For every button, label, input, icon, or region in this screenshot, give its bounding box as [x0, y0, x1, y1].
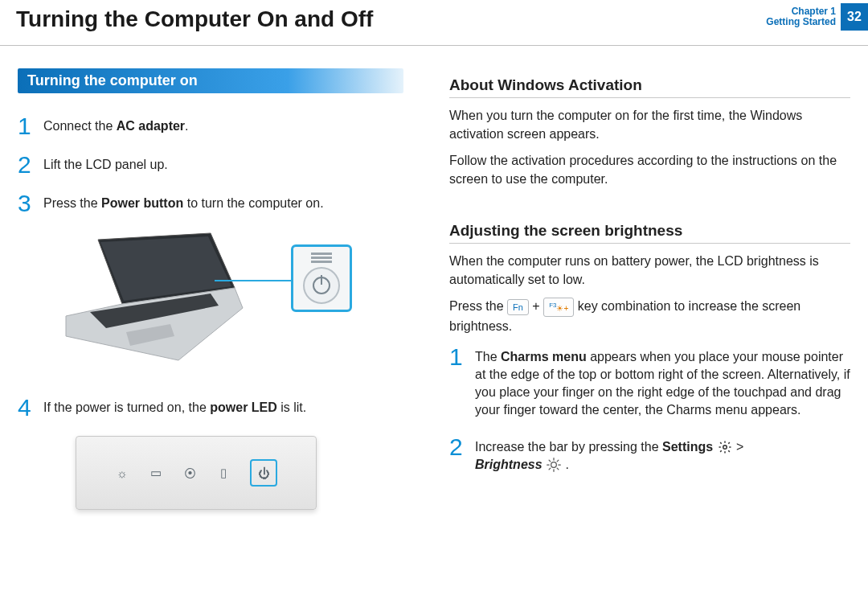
right-column: About Windows Activation When you turn t…: [449, 68, 850, 510]
step-number: 4: [18, 397, 43, 418]
power-on-steps-cont: 4 If the power is turned on, the power L…: [18, 397, 419, 418]
svg-line-13: [549, 469, 551, 470]
step-number: 2: [18, 154, 43, 175]
brightness-steps: 1 The Charms menu appears when you place…: [449, 347, 850, 474]
power-button-icon: [303, 267, 340, 304]
svg-line-14: [557, 460, 559, 462]
brightness-bold: Brightness: [475, 458, 542, 471]
f3-brightness-key-icon: F3☀+: [543, 298, 574, 317]
laptop-illustration: [50, 232, 419, 376]
gt: >: [736, 440, 743, 454]
brightness-led-icon: ☼: [115, 466, 129, 480]
step-body: If the power is turned on, the power LED…: [43, 397, 419, 417]
activation-heading: About Windows Activation: [449, 76, 850, 94]
step-4: 4 If the power is turned on, the power L…: [18, 397, 419, 418]
step-text: Lift the LCD panel up.: [43, 158, 168, 171]
brightness-sun-icon: [546, 457, 562, 473]
led-panel-illustration: ☼ ▭ ⦿ ▯ ⏻: [76, 436, 317, 510]
battery-led-icon: ▯: [216, 466, 231, 480]
heading-rule: [449, 243, 850, 244]
step-text-pre: Press the: [43, 196, 101, 210]
svg-point-6: [551, 462, 557, 468]
left-column: Turning the computer on 1 Connect the AC…: [18, 68, 419, 510]
step-text-pre: Connect the: [43, 119, 117, 133]
activation-p2: Follow the activation procedures accordi…: [449, 151, 850, 188]
brightness-heading: Adjusting the screen brightness: [449, 222, 850, 240]
step-text-post: .: [185, 119, 188, 133]
step-2: 2 Lift the LCD panel up.: [18, 154, 419, 175]
step-number: 2: [449, 437, 475, 458]
step-body: Press the Power button to turn the compu…: [43, 193, 419, 212]
step-text-bold: power LED: [210, 400, 277, 414]
page-number: 32: [841, 3, 868, 31]
chapter-line2: Getting Started: [766, 17, 836, 27]
step-text-pre: If the power is turned on, the: [43, 400, 210, 414]
step-text-post: is lit.: [277, 400, 306, 414]
bright-step-1: 1 The Charms menu appears when you place…: [449, 347, 850, 419]
hdd-led-icon: ▭: [149, 466, 163, 480]
step-text-bold: AC adapter: [117, 119, 185, 133]
section-heading-bar: Turning the computer on: [18, 68, 403, 93]
brightness-key-line: Press the Fn + F3☀+ key combination to i…: [449, 297, 850, 335]
step-number: 3: [18, 193, 43, 214]
step-number: 1: [18, 116, 43, 137]
brightness-p1: When the computer runs on battery power,…: [449, 252, 850, 289]
step-text-bold: Power button: [101, 196, 183, 210]
page-title: Turning the Computer On and Off: [16, 6, 868, 32]
heading-rule: [449, 97, 850, 98]
svg-point-5: [723, 446, 727, 450]
step-text-post: to turn the computer on.: [183, 196, 323, 210]
plus-sign: +: [532, 299, 543, 313]
text-bold: Charms menu: [501, 350, 587, 363]
power-led-icon: ⏻: [256, 466, 271, 480]
period: .: [565, 458, 568, 471]
laptop-svg: [50, 232, 259, 376]
page-header: Turning the Computer On and Off Chapter …: [0, 0, 868, 40]
svg-line-11: [549, 460, 551, 462]
power-on-steps: 1 Connect the AC adapter. 2 Lift the LCD…: [18, 116, 419, 214]
svg-line-12: [557, 469, 559, 470]
text-pre: Increase the bar by pressing the: [475, 440, 662, 454]
content: Turning the computer on 1 Connect the AC…: [0, 46, 868, 510]
step-number: 1: [449, 347, 475, 368]
chapter-block: Chapter 1 Getting Started 32: [766, 3, 868, 31]
text-pre: Press the: [449, 299, 507, 313]
step-body: Connect the AC adapter.: [43, 116, 419, 135]
speaker-lines-icon: [311, 253, 332, 265]
step-body: The Charms menu appears when you place y…: [475, 347, 850, 419]
chapter-label: Chapter 1 Getting Started: [766, 6, 836, 27]
wireless-led-icon: ⦿: [182, 466, 197, 480]
step-body: Lift the LCD panel up.: [43, 154, 419, 174]
step-1: 1 Connect the AC adapter.: [18, 116, 419, 137]
activation-p1: When you turn the computer on for the fi…: [449, 106, 850, 143]
power-button-callout: [291, 244, 352, 312]
callout-line: [215, 280, 295, 281]
settings-gear-icon: [717, 439, 733, 455]
power-led-highlight: ⏻: [250, 459, 277, 487]
step-body: Increase the bar by pressing the Setting…: [475, 437, 850, 474]
fn-key-icon: Fn: [507, 299, 529, 315]
bright-step-2: 2 Increase the bar by pressing the Setti…: [449, 437, 850, 474]
step-3: 3 Press the Power button to turn the com…: [18, 193, 419, 214]
text-pre: The: [475, 350, 501, 363]
settings-bold: Settings: [662, 440, 713, 454]
